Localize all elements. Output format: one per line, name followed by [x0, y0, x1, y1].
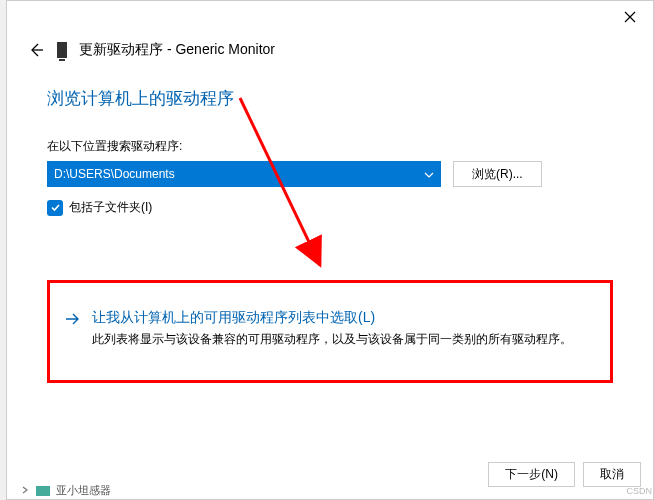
dialog-header: 更新驱动程序 - Generic Monitor	[7, 33, 653, 67]
include-subfolders-row: 包括子文件夹(I)	[47, 199, 613, 216]
next-button[interactable]: 下一步(N)	[488, 462, 575, 487]
pick-from-list-option[interactable]: 让我从计算机上的可用驱动程序列表中选取(L) 此列表将显示与该设备兼容的可用驱动…	[58, 309, 594, 348]
close-icon	[624, 11, 636, 23]
option-description: 此列表将显示与该设备兼容的可用驱动程序，以及与该设备属于同一类别的所有驱动程序。	[92, 331, 572, 348]
back-button[interactable]	[27, 41, 45, 59]
titlebar	[7, 1, 653, 33]
path-value: D:\USERS\Documents	[54, 167, 175, 181]
option-title: 让我从计算机上的可用驱动程序列表中选取(L)	[92, 309, 572, 327]
close-button[interactable]	[607, 1, 653, 33]
device-icon	[36, 486, 50, 496]
browse-button[interactable]: 浏览(R)...	[453, 161, 542, 187]
option-text: 让我从计算机上的可用驱动程序列表中选取(L) 此列表将显示与该设备兼容的可用驱动…	[92, 309, 572, 348]
dialog-footer: 下一步(N) 取消	[488, 462, 641, 487]
dialog-title: 更新驱动程序 - Generic Monitor	[79, 41, 275, 59]
background-device-label: 亚小坦感器	[56, 483, 111, 498]
option-arrow-icon	[62, 309, 82, 333]
chevron-right-icon	[20, 485, 30, 497]
watermark: CSDN	[626, 486, 652, 496]
path-row: D:\USERS\Documents 浏览(R)...	[47, 161, 613, 187]
back-arrow-icon	[27, 41, 45, 59]
cancel-button[interactable]: 取消	[583, 462, 641, 487]
include-subfolders-label: 包括子文件夹(I)	[69, 199, 152, 216]
check-icon	[50, 202, 61, 213]
path-combobox[interactable]: D:\USERS\Documents	[47, 161, 441, 187]
search-location-label: 在以下位置搜索驱动程序:	[47, 138, 613, 155]
chevron-down-icon	[424, 167, 434, 181]
page-heading: 浏览计算机上的驱动程序	[47, 87, 613, 110]
include-subfolders-checkbox[interactable]	[47, 200, 63, 216]
dialog-window: 更新驱动程序 - Generic Monitor 浏览计算机上的驱动程序 在以下…	[6, 0, 654, 500]
pick-from-list-option-highlight: 让我从计算机上的可用驱动程序列表中选取(L) 此列表将显示与该设备兼容的可用驱动…	[47, 280, 613, 383]
monitor-icon	[57, 42, 67, 58]
background-fragment-bottom: 亚小坦感器	[20, 483, 111, 498]
dialog-content: 浏览计算机上的驱动程序 在以下位置搜索驱动程序: D:\USERS\Docume…	[7, 67, 653, 383]
